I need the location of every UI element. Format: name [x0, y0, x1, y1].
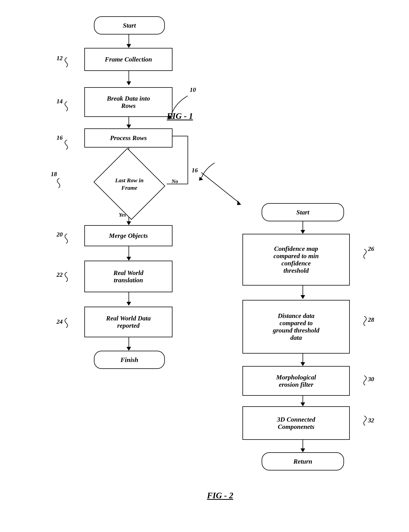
- real-world-data-node: Real World Data reported: [84, 307, 173, 337]
- ref-18: 18: [51, 171, 57, 178]
- 3d-connected-label: 3D Connected Componenets: [277, 416, 315, 431]
- svg-marker-23: [300, 295, 305, 299]
- svg-marker-33: [199, 177, 203, 181]
- return-label: Return: [293, 458, 312, 465]
- start-label-fig1: Start: [123, 22, 136, 29]
- ref-22: 22: [56, 271, 63, 278]
- svg-marker-31: [237, 201, 241, 205]
- merge-objects-label: Merge Objects: [109, 232, 148, 239]
- real-world-trans-label: Real World translation: [113, 269, 144, 284]
- start-node-fig2: Start: [262, 203, 344, 221]
- ref-10: 10: [190, 86, 196, 93]
- svg-marker-25: [300, 362, 305, 366]
- 3d-connected-node: 3D Connected Componenets: [242, 406, 350, 440]
- ref-12: 12: [56, 55, 63, 62]
- last-row-diamond: Last Row in Frame: [94, 156, 165, 212]
- svg-marker-27: [300, 403, 305, 406]
- ref-20: 20: [56, 231, 63, 238]
- fig1-arrow-decor: [159, 92, 197, 123]
- ref-26: 26: [368, 245, 374, 252]
- morphological-node: Morphological erosion filter: [242, 366, 350, 396]
- svg-marker-1: [127, 44, 131, 48]
- fig2-ref-arrow: [188, 159, 222, 182]
- svg-marker-32: [168, 115, 173, 119]
- ref-30: 30: [368, 376, 374, 383]
- distance-data-node: Distance data compared to ground thresho…: [242, 300, 350, 354]
- frame-collection-label: Frame Collection: [105, 56, 152, 63]
- ref-24: 24: [56, 318, 63, 325]
- svg-marker-19: [127, 347, 131, 351]
- distance-data-label: Distance data compared to ground thresho…: [273, 312, 319, 341]
- process-rows-label: Process Rows: [110, 134, 147, 142]
- ref-28: 28: [368, 316, 374, 323]
- svg-marker-17: [127, 302, 131, 306]
- frame-collection-node: Frame Collection: [84, 48, 173, 71]
- no-label: No: [172, 178, 178, 184]
- return-node-fig2: Return: [262, 452, 344, 470]
- ref-16-left: 16: [56, 134, 63, 141]
- finish-node-fig1: Finish: [94, 351, 165, 369]
- morphological-label: Morphological erosion filter: [276, 374, 316, 388]
- svg-marker-9: [127, 221, 131, 225]
- fig2-label: FIG - 2: [207, 491, 233, 500]
- finish-label: Finish: [121, 356, 138, 364]
- svg-marker-3: [127, 82, 131, 85]
- merge-objects-node: Merge Objects: [84, 225, 173, 246]
- ref-14: 14: [56, 98, 63, 105]
- break-data-label: Break Data into Rows: [107, 95, 150, 110]
- svg-marker-15: [127, 257, 131, 261]
- confidence-map-label: Confidence map compared to min confidenc…: [273, 245, 319, 274]
- svg-marker-5: [127, 125, 131, 128]
- start-node-fig1: Start: [94, 16, 165, 35]
- real-world-trans-node: Real World translation: [84, 261, 173, 292]
- svg-marker-21: [300, 230, 305, 234]
- last-row-label: Last Row in Frame: [115, 177, 144, 191]
- start-label-fig2: Start: [296, 209, 309, 216]
- yes-label: Yes: [119, 212, 126, 218]
- real-world-data-label: Real World Data reported: [106, 315, 151, 329]
- process-rows-node: Process Rows: [84, 128, 173, 147]
- confidence-map-node: Confidence map compared to min confidenc…: [242, 234, 350, 285]
- ref-32: 32: [368, 417, 374, 424]
- svg-marker-29: [300, 449, 305, 452]
